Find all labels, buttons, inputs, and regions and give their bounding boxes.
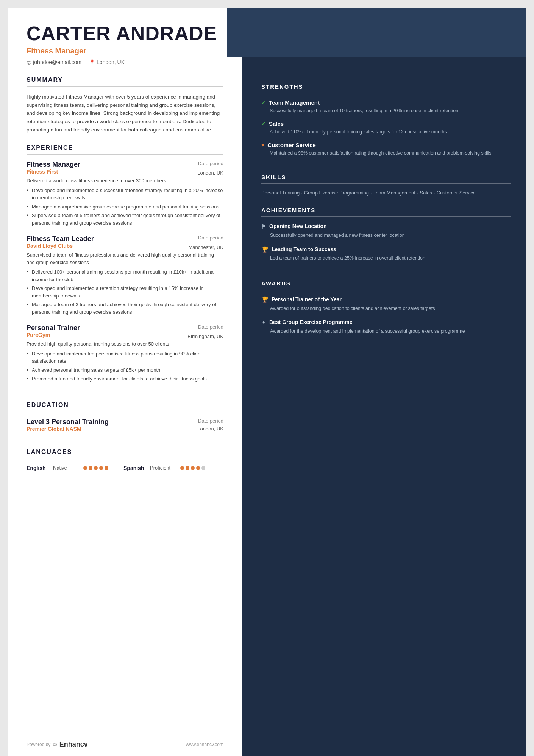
- trophy-icon-1: 🏆: [261, 246, 269, 253]
- skill-3: Team Management: [373, 190, 415, 196]
- edu-location-1: London, UK: [197, 426, 223, 432]
- skill-sep-2: ·: [370, 190, 372, 196]
- achievement-desc-2: Led a team of trainers to achieve a 25% …: [261, 255, 511, 262]
- edu-date-1: Date period: [198, 418, 223, 426]
- achievements-title: ACHIEVEMENTS: [261, 207, 511, 213]
- skill-4: Sales: [420, 190, 433, 196]
- exp-item-fitness-manager: Fitness Manager Date period Fitness Firs…: [27, 161, 223, 227]
- languages-title: LANGUAGES: [27, 449, 223, 455]
- summary-text: Highly motivated Fitness Manager with ov…: [27, 93, 223, 134]
- awards-divider: [261, 290, 511, 290]
- lang-spanish: Spanish Proficient: [123, 465, 205, 471]
- achievements-divider: [261, 216, 511, 217]
- edu-degree-1: Level 3 Personal Training: [27, 418, 109, 426]
- left-column: CARTER ANDRADE Fitness Manager @ johndoe…: [8, 8, 242, 756]
- awards-section: AWARDS 🏆 Personal Trainer of the Year Aw…: [261, 280, 511, 342]
- exp-bullet-2-2: Developed and implemented a retention st…: [27, 285, 223, 299]
- resume-wrapper: CARTER ANDRADE Fitness Manager @ johndoe…: [8, 8, 526, 756]
- dot-en-2: [89, 466, 92, 470]
- exp-bullets-2: Delivered 100+ personal training session…: [27, 268, 223, 316]
- star-icon: ✦: [261, 319, 266, 326]
- exp-bullet-1-2: Managed a comprehensive group exercise p…: [27, 203, 223, 211]
- right-column: STRENGTHS ✔ Team Management Successfully…: [242, 8, 526, 756]
- strengths-section: STRENGTHS ✔ Team Management Successfully…: [261, 83, 511, 163]
- exp-date-2: Date period: [198, 235, 223, 241]
- exp-company-2: David Lloyd Clubs: [27, 243, 73, 249]
- skill-5: Customer Service: [437, 190, 476, 196]
- award-trainer-of-year: 🏆 Personal Trainer of the Year Awarded f…: [261, 296, 511, 312]
- languages-row: English Native Spanish Proficient: [27, 465, 223, 471]
- footer: Powered by ∞ Enhancv www.enhancv.com: [27, 733, 223, 748]
- strength-name-1: Team Management: [269, 99, 320, 106]
- achievement-leading: 🏆 Leading Team to Success Led a team of …: [261, 246, 511, 262]
- exp-desc-1: Delivered a world class fitness experien…: [27, 177, 223, 185]
- languages-section: LANGUAGES English Native Spanish: [27, 449, 223, 471]
- header-section: CARTER ANDRADE Fitness Manager @ johndoe…: [27, 23, 223, 65]
- location-contact: 📍 London, UK: [89, 59, 125, 65]
- skill-2: Group Exercise Programming: [304, 190, 369, 196]
- lang-dots-english: [83, 466, 108, 470]
- exp-bullet-3-3: Promoted a fun and friendly environment …: [27, 375, 223, 383]
- award-header-1: 🏆 Personal Trainer of the Year: [261, 296, 511, 304]
- strength-team-management: ✔ Team Management Successfully managed a…: [261, 99, 511, 114]
- summary-section: SUMMARY Highly motivated Fitness Manager…: [27, 77, 223, 134]
- lang-english: English Native: [27, 465, 108, 471]
- languages-divider: [27, 459, 223, 459]
- lang-level-english: Native: [53, 465, 80, 471]
- skill-1: Personal Training: [261, 190, 300, 196]
- education-title: EDUCATION: [27, 402, 223, 409]
- skills-title: SKILLS: [261, 174, 511, 180]
- summary-title: SUMMARY: [27, 77, 223, 83]
- check-icon-1: ✔: [261, 100, 266, 106]
- exp-location-1: London, UK: [197, 170, 223, 176]
- achievement-desc-1: Successfully opened and managed a new fi…: [261, 232, 511, 239]
- lang-dots-spanish: [180, 466, 205, 470]
- skills-divider: [261, 183, 511, 184]
- footer-brand: Powered by ∞ Enhancv: [27, 740, 88, 748]
- exp-company-row-1: Fitness First London, UK: [27, 169, 223, 177]
- exp-item-personal-trainer: Personal Trainer Date period PureGym Bir…: [27, 324, 223, 383]
- strength-customer-service: ♥ Customer Service Maintained a 98% cust…: [261, 142, 511, 157]
- dot-en-3: [94, 466, 98, 470]
- experience-section: EXPERIENCE Fitness Manager Date period F…: [27, 144, 223, 391]
- location-text: London, UK: [97, 59, 125, 65]
- award-name-1: Personal Trainer of the Year: [272, 296, 342, 304]
- check-icon-2: ✔: [261, 121, 266, 127]
- contact-row: @ johndoe@email.com 📍 London, UK: [27, 59, 223, 65]
- right-top-bar-decoration: [227, 8, 526, 57]
- strength-name-2: Sales: [269, 121, 284, 127]
- exp-bullets-3: Developed and implemented personalised f…: [27, 350, 223, 383]
- summary-divider: [27, 86, 223, 87]
- exp-company-row-2: David Lloyd Clubs Manchester, UK: [27, 243, 223, 251]
- exp-bullets-1: Developed and implemented a successful r…: [27, 187, 223, 227]
- email-icon: @: [27, 59, 31, 65]
- location-icon: 📍: [89, 59, 95, 65]
- skills-section: SKILLS Personal Training · Group Exercis…: [261, 174, 511, 196]
- exp-item-team-leader: Fitness Team Leader Date period David Ll…: [27, 235, 223, 316]
- strengths-divider: [261, 93, 511, 93]
- dot-es-1: [180, 466, 184, 470]
- exp-bullet-2-1: Delivered 100+ personal training session…: [27, 268, 223, 283]
- footer-logo-icon: ∞: [53, 741, 57, 748]
- powered-by-text: Powered by: [27, 742, 50, 747]
- strength-header-3: ♥ Customer Service: [261, 142, 511, 148]
- exp-date-3: Date period: [198, 324, 223, 330]
- achievement-header-2: 🏆 Leading Team to Success: [261, 246, 511, 254]
- achievement-opening: ⚑ Opening New Location Successfully open…: [261, 223, 511, 239]
- achievement-name-2: Leading Team to Success: [272, 246, 336, 254]
- strength-name-3: Customer Service: [267, 142, 316, 148]
- achievements-section: ACHIEVEMENTS ⚑ Opening New Location Succ…: [261, 207, 511, 269]
- award-header-2: ✦ Best Group Exercise Programme: [261, 319, 511, 326]
- exp-location-2: Manchester, UK: [189, 244, 224, 250]
- strengths-title: STRENGTHS: [261, 83, 511, 90]
- candidate-title: Fitness Manager: [27, 47, 223, 55]
- lang-level-spanish: Proficient: [150, 465, 176, 471]
- skill-sep-4: ·: [434, 190, 435, 196]
- exp-bullet-1-1: Developed and implemented a successful r…: [27, 187, 223, 202]
- dot-en-4: [99, 466, 103, 470]
- education-divider: [27, 412, 223, 412]
- heart-icon: ♥: [261, 142, 264, 148]
- award-desc-2: Awarded for the development and implemen…: [261, 328, 511, 335]
- skill-sep-3: ·: [417, 190, 418, 196]
- achievement-header-1: ⚑ Opening New Location: [261, 223, 511, 230]
